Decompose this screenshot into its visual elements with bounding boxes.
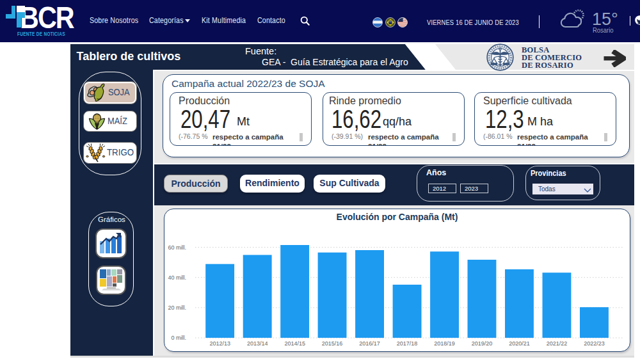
- svg-text:2016/17: 2016/17: [359, 340, 380, 347]
- svg-text:2013/14: 2013/14: [247, 340, 268, 347]
- svg-text:2015/16: 2015/16: [322, 340, 343, 347]
- svg-text:2018/19: 2018/19: [434, 340, 455, 347]
- svg-text:2022/23: 2022/23: [584, 340, 605, 347]
- svg-text:2021/22: 2021/22: [547, 340, 568, 347]
- svg-text:2017/18: 2017/18: [397, 340, 418, 347]
- svg-text:2020/21: 2020/21: [509, 340, 530, 347]
- svg-text:40 mill.: 40 mill.: [168, 274, 186, 281]
- svg-text:0 mill.: 0 mill.: [171, 335, 186, 341]
- svg-text:2019/20: 2019/20: [472, 340, 493, 347]
- svg-text:20 mill.: 20 mill.: [168, 305, 186, 311]
- svg-text:60 mill.: 60 mill.: [168, 244, 186, 251]
- svg-text:2012/13: 2012/13: [209, 340, 230, 347]
- svg-text:2014/15: 2014/15: [284, 340, 305, 347]
